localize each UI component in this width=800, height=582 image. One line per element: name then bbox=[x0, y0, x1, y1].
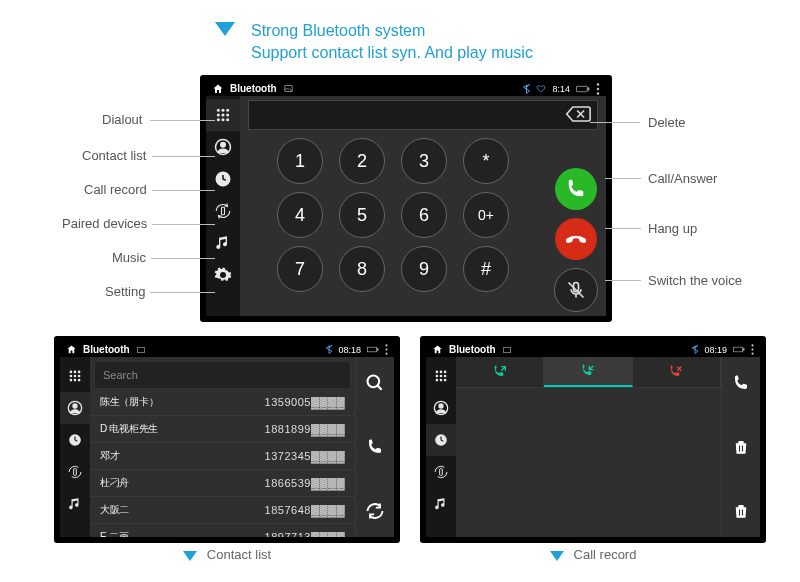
gear-icon bbox=[214, 266, 232, 284]
label-contacts: Contact list bbox=[82, 148, 146, 163]
sidebar-music[interactable] bbox=[426, 488, 456, 520]
menu-dots-icon[interactable] bbox=[385, 344, 388, 355]
svg-point-7 bbox=[221, 109, 224, 112]
list-item[interactable]: 陈生（朋卡）1359005▓▓▓▓ bbox=[90, 389, 355, 416]
app-title: Bluetooth bbox=[83, 344, 130, 355]
tab-outgoing[interactable] bbox=[456, 357, 544, 387]
list-item[interactable]: 杜刁舟1866539▓▓▓▓ bbox=[90, 470, 355, 497]
bluetooth-icon bbox=[326, 345, 332, 354]
svg-rect-22 bbox=[377, 349, 378, 351]
contact-name: 陈生（朋卡） bbox=[100, 395, 265, 409]
svg-point-30 bbox=[74, 375, 77, 378]
list-item[interactable]: 大阪二1857648▓▓▓▓ bbox=[90, 497, 355, 524]
headline-line1: Strong Bluetooth system bbox=[251, 20, 533, 42]
key-0[interactable]: 0+ bbox=[463, 192, 509, 238]
svg-point-46 bbox=[436, 371, 439, 374]
clock: 8:14 bbox=[552, 84, 570, 94]
contact-name: E 二画…… bbox=[100, 530, 265, 537]
sidebar-music[interactable] bbox=[60, 488, 90, 520]
search-icon bbox=[365, 373, 385, 393]
trash-icon bbox=[732, 502, 750, 520]
svg-rect-58 bbox=[440, 469, 443, 476]
sync-button[interactable] bbox=[363, 499, 387, 523]
record-tabs bbox=[456, 357, 721, 388]
svg-rect-38 bbox=[74, 469, 77, 476]
home-icon[interactable] bbox=[212, 83, 224, 95]
label-callrecord: Call record bbox=[84, 182, 147, 197]
bluetooth-icon bbox=[692, 345, 698, 354]
sidebar-settings[interactable] bbox=[206, 259, 240, 291]
tab-missed[interactable] bbox=[633, 357, 721, 387]
sidebar-dialout[interactable] bbox=[426, 360, 456, 392]
backspace-button[interactable] bbox=[565, 105, 591, 123]
label-hangup: Hang up bbox=[648, 221, 697, 236]
key-star[interactable]: * bbox=[463, 138, 509, 184]
app-title: Bluetooth bbox=[449, 344, 496, 355]
key-hash[interactable]: # bbox=[463, 246, 509, 292]
svg-point-31 bbox=[78, 375, 81, 378]
clock: 08:18 bbox=[338, 345, 361, 355]
paired-icon bbox=[214, 202, 232, 220]
sidebar-contacts[interactable] bbox=[60, 392, 90, 424]
caret-icon bbox=[215, 22, 235, 36]
list-item[interactable]: E 二画……1897713▓▓▓▓ bbox=[90, 524, 355, 537]
sidebar-callrecord[interactable] bbox=[60, 424, 90, 456]
key-3[interactable]: 3 bbox=[401, 138, 447, 184]
contact-phone: 1881899▓▓▓▓ bbox=[265, 423, 345, 435]
sidebar-contacts[interactable] bbox=[206, 131, 240, 163]
svg-point-12 bbox=[217, 118, 220, 121]
contact-name: 杜刁舟 bbox=[100, 476, 265, 490]
svg-rect-21 bbox=[367, 347, 376, 352]
home-icon[interactable] bbox=[66, 344, 77, 355]
list-item[interactable]: 邓才1372345▓▓▓▓ bbox=[90, 443, 355, 470]
hangup-button[interactable] bbox=[555, 218, 597, 260]
status-bar: Bluetooth 8:14 bbox=[206, 81, 606, 96]
key-4[interactable]: 4 bbox=[277, 192, 323, 238]
app-title: Bluetooth bbox=[230, 83, 277, 94]
record-device: Bluetooth 08:19 bbox=[420, 336, 766, 543]
voice-button[interactable] bbox=[554, 268, 598, 312]
menu-dots-icon[interactable] bbox=[596, 83, 600, 95]
contact-phone: 1359005▓▓▓▓ bbox=[265, 396, 345, 408]
sidebar-dialout[interactable] bbox=[206, 99, 240, 131]
sidebar-callrecord[interactable] bbox=[426, 424, 456, 456]
sidebar-paired[interactable] bbox=[60, 456, 90, 488]
sidebar-paired[interactable] bbox=[426, 456, 456, 488]
battery-icon bbox=[733, 346, 745, 353]
sidebar-contacts[interactable] bbox=[426, 392, 456, 424]
search-button[interactable] bbox=[363, 371, 387, 395]
tab-incoming[interactable] bbox=[544, 357, 632, 387]
key-9[interactable]: 9 bbox=[401, 246, 447, 292]
menu-dots-icon[interactable] bbox=[751, 344, 754, 355]
svg-rect-1 bbox=[577, 86, 588, 91]
key-5[interactable]: 5 bbox=[339, 192, 385, 238]
dialpad-icon bbox=[215, 107, 231, 123]
number-input[interactable] bbox=[248, 100, 598, 130]
svg-point-4 bbox=[597, 87, 599, 89]
delete-all-button[interactable] bbox=[729, 499, 753, 523]
svg-rect-42 bbox=[743, 349, 744, 351]
search-input[interactable]: Search bbox=[94, 361, 351, 389]
key-6[interactable]: 6 bbox=[401, 192, 447, 238]
mic-off-icon bbox=[566, 280, 586, 300]
contact-phone: 1372345▓▓▓▓ bbox=[265, 450, 345, 462]
key-8[interactable]: 8 bbox=[339, 246, 385, 292]
sidebar-paired[interactable] bbox=[206, 195, 240, 227]
contact-list[interactable]: Search 陈生（朋卡）1359005▓▓▓▓D 电视柜先生1881899▓▓… bbox=[90, 357, 355, 537]
svg-rect-20 bbox=[137, 347, 144, 352]
home-icon[interactable] bbox=[432, 344, 443, 355]
call-button[interactable] bbox=[555, 168, 597, 210]
list-item[interactable]: D 电视柜先生1881899▓▓▓▓ bbox=[90, 416, 355, 443]
sidebar-dialout[interactable] bbox=[60, 360, 90, 392]
dial-record-button[interactable] bbox=[729, 371, 753, 395]
svg-point-3 bbox=[597, 83, 599, 85]
key-7[interactable]: 7 bbox=[277, 246, 323, 292]
key-1[interactable]: 1 bbox=[277, 138, 323, 184]
delete-record-button[interactable] bbox=[729, 435, 753, 459]
call-missed-icon bbox=[668, 364, 684, 380]
dial-contact-button[interactable] bbox=[363, 435, 387, 459]
svg-point-26 bbox=[70, 371, 73, 374]
sidebar-music[interactable] bbox=[206, 227, 240, 259]
key-2[interactable]: 2 bbox=[339, 138, 385, 184]
contact-device: Bluetooth 08:18 Search 陈生（朋卡）1359005▓▓▓▓… bbox=[54, 336, 400, 543]
